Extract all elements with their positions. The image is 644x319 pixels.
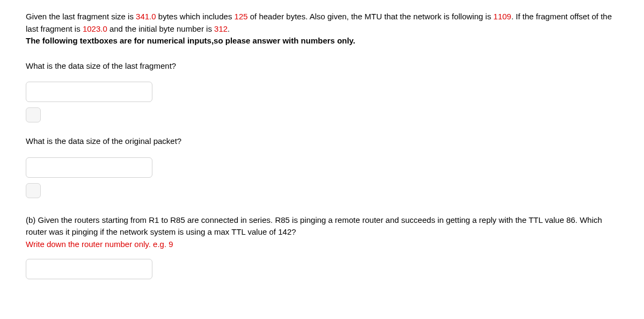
- value-mtu: 1109: [493, 12, 511, 21]
- intro-text: Given the last fragment size is: [26, 12, 136, 21]
- question-2: What is the data size of the original pa…: [26, 135, 618, 198]
- value-fragment-size: 341.0: [136, 12, 156, 21]
- question-1-label: What is the data size of the last fragme…: [26, 60, 618, 73]
- instruction-text: The following textboxes are for numerica…: [26, 35, 618, 47]
- question-part-b: (b) Given the routers starting from R1 t…: [26, 214, 618, 280]
- intro-text: of header bytes. Also given, the MTU tha…: [248, 12, 494, 21]
- part-b-text: (b) Given the routers starting from R1 t…: [26, 214, 618, 238]
- value-header-bytes: 125: [235, 12, 248, 21]
- status-box: [26, 183, 41, 198]
- value-fragment-offset: 1023.0: [83, 24, 107, 33]
- question-intro: Given the last fragment size is 341.0 by…: [26, 11, 618, 47]
- intro-text: bytes which includes: [156, 12, 235, 21]
- intro-text: and the initial byte number is: [107, 24, 214, 33]
- part-b-hint: Write down the router number only. e.g. …: [26, 238, 618, 251]
- intro-text: .: [228, 24, 230, 33]
- question-1-input[interactable]: [26, 82, 152, 102]
- question-2-label: What is the data size of the original pa…: [26, 135, 618, 148]
- value-initial-byte: 312: [214, 24, 228, 33]
- question-1: What is the data size of the last fragme…: [26, 60, 618, 123]
- question-2-input[interactable]: [26, 157, 152, 178]
- part-b-input[interactable]: [26, 259, 152, 279]
- status-box: [26, 107, 41, 122]
